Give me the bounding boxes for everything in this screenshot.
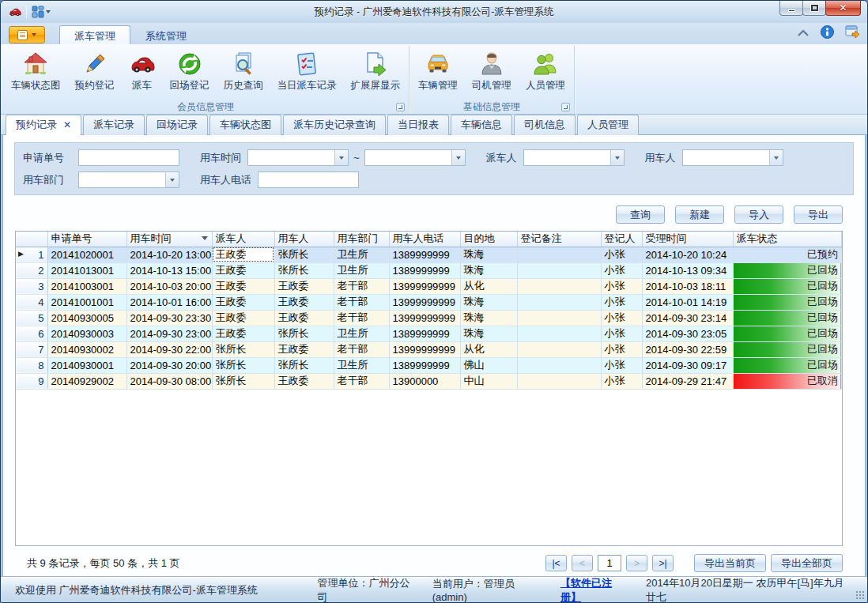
- cell-registrar[interactable]: 小张: [601, 247, 642, 262]
- cell-phone[interactable]: 1389999999: [389, 247, 460, 262]
- cell-department[interactable]: 卫生所: [334, 357, 389, 373]
- cell-remark[interactable]: [517, 278, 601, 294]
- chevron-down-icon[interactable]: [451, 150, 465, 165]
- cell-destination[interactable]: 珠海: [460, 247, 517, 262]
- ribbon-tab[interactable]: 派车管理: [59, 25, 130, 44]
- cell-application-no[interactable]: 20140930002: [47, 341, 126, 357]
- cell-destination[interactable]: 中山: [460, 373, 517, 389]
- cell-user[interactable]: 张所长: [274, 357, 334, 373]
- cell-phone[interactable]: 13999999999: [389, 294, 460, 310]
- table-row[interactable]: 6201409300032014-09-30 23:00王政委张所长卫生所138…: [16, 326, 842, 341]
- column-header[interactable]: 受理时间: [642, 232, 733, 247]
- cell-dispatch-status[interactable]: 已回场: [733, 294, 842, 310]
- column-header-indicator[interactable]: [16, 232, 47, 247]
- phone-input[interactable]: [258, 171, 359, 188]
- cell-use-time[interactable]: 2014-10-01 16:00: [126, 294, 212, 310]
- import-button[interactable]: 导入: [734, 205, 783, 224]
- cell-remark[interactable]: [517, 294, 601, 310]
- cell-remark[interactable]: [517, 247, 601, 262]
- table-row[interactable]: 2201410130012014-10-13 15:00王政委张所长卫生所138…: [16, 262, 842, 278]
- table-row[interactable]: 9201409290022014-09-30 08:00张所长王政委老干部139…: [16, 373, 842, 389]
- cell-application-no[interactable]: 20140930001: [47, 357, 126, 373]
- cell-phone[interactable]: 13999999999: [389, 341, 460, 357]
- cell-dispatcher[interactable]: 王政委: [212, 294, 274, 310]
- column-header[interactable]: 用车时间: [126, 232, 212, 247]
- cell-accept-time[interactable]: 2014-10-13 09:34: [642, 262, 733, 278]
- first-page-button[interactable]: |<: [545, 555, 567, 571]
- ribbon-button[interactable]: 回场登记: [163, 47, 217, 95]
- cell-department[interactable]: 卫生所: [334, 326, 389, 341]
- page-number-input[interactable]: [598, 555, 621, 571]
- cell-dispatch-status[interactable]: 已取消: [733, 373, 842, 389]
- row-indicator[interactable]: 3: [16, 278, 47, 294]
- cell-application-no[interactable]: 20141001001: [47, 294, 126, 310]
- cell-accept-time[interactable]: 2014-09-30 23:05: [642, 326, 733, 341]
- cell-phone[interactable]: 1389999999: [389, 262, 460, 278]
- dialog-launcher-icon[interactable]: [396, 103, 405, 111]
- cell-user[interactable]: 王政委: [274, 373, 334, 389]
- dialog-launcher-icon[interactable]: [561, 103, 570, 111]
- cell-dispatcher[interactable]: 张所长: [212, 341, 274, 357]
- chevron-down-icon[interactable]: [769, 150, 783, 165]
- cell-destination[interactable]: 珠海: [460, 262, 517, 278]
- row-indicator[interactable]: 8: [16, 357, 47, 373]
- license-link[interactable]: 【软件已注册】: [560, 576, 628, 603]
- cell-dispatch-status[interactable]: 已回场: [733, 278, 842, 294]
- cell-user[interactable]: 张所长: [274, 326, 334, 341]
- row-indicator[interactable]: 6: [16, 326, 47, 341]
- column-header[interactable]: 派车状态: [733, 232, 842, 247]
- application-no-input[interactable]: [78, 149, 179, 166]
- cell-application-no[interactable]: 20140929002: [47, 373, 126, 389]
- table-row[interactable]: 8201409300012014-09-30 20:00张所长张所长卫生所138…: [16, 357, 842, 373]
- cell-dispatcher[interactable]: 张所长: [212, 357, 274, 373]
- cell-use-time[interactable]: 2014-09-30 23:30: [126, 310, 212, 326]
- restore-button[interactable]: [802, 1, 826, 16]
- cell-phone[interactable]: 13999999999: [389, 278, 460, 294]
- column-header[interactable]: 登记备注: [517, 232, 601, 247]
- document-tab[interactable]: 派车历史记录查询: [283, 115, 386, 135]
- cell-dispatcher[interactable]: 王政委: [212, 326, 274, 341]
- department-combo[interactable]: [78, 171, 179, 188]
- cell-user[interactable]: 王政委: [274, 278, 334, 294]
- use-time-to-combo[interactable]: [364, 149, 466, 166]
- export-all-pages-button[interactable]: 导出全部页: [771, 554, 843, 572]
- ribbon-button[interactable]: 派车: [122, 47, 163, 95]
- cell-registrar[interactable]: 小张: [601, 278, 642, 294]
- row-indicator[interactable]: ▶1: [16, 247, 47, 262]
- close-tab-icon[interactable]: ✕: [63, 119, 71, 130]
- table-row[interactable]: ▶1201410200012014-10-20 13:00王政委张所长卫生所13…: [16, 247, 842, 262]
- user-combo[interactable]: [682, 149, 783, 166]
- row-indicator[interactable]: 4: [16, 294, 47, 310]
- column-header[interactable]: 用车部门: [334, 232, 389, 247]
- ribbon-button[interactable]: 预约登记: [68, 47, 122, 95]
- cell-phone[interactable]: 13900000: [389, 373, 460, 389]
- cell-use-time[interactable]: 2014-09-30 23:00: [126, 326, 212, 341]
- cell-department[interactable]: 老干部: [334, 294, 389, 310]
- cell-accept-time[interactable]: 2014-10-01 14:19: [642, 294, 733, 310]
- cell-registrar[interactable]: 小张: [601, 326, 642, 341]
- cell-destination[interactable]: 从化: [460, 278, 517, 294]
- ribbon-button[interactable]: 历史查询: [217, 47, 270, 95]
- table-row[interactable]: 7201409300022014-09-30 22:00张所长王政委老干部139…: [16, 341, 842, 357]
- app-menu-button[interactable]: [9, 26, 45, 43]
- cell-registrar[interactable]: 小张: [601, 310, 642, 326]
- cell-department[interactable]: 老干部: [334, 373, 389, 389]
- document-tab[interactable]: 司机信息: [514, 115, 576, 135]
- resize-grip[interactable]: [855, 590, 865, 600]
- column-header[interactable]: 派车人: [212, 232, 274, 247]
- cell-destination[interactable]: 佛山: [460, 357, 517, 373]
- cell-destination[interactable]: 珠海: [460, 294, 517, 310]
- cell-dispatch-status[interactable]: 已回场: [733, 357, 842, 373]
- cell-registrar[interactable]: 小张: [601, 373, 642, 389]
- document-tab[interactable]: 回场记录: [146, 115, 208, 135]
- row-indicator[interactable]: 5: [16, 310, 47, 326]
- cell-accept-time[interactable]: 2014-09-30 23:14: [642, 310, 733, 326]
- cell-destination[interactable]: 从化: [460, 341, 517, 357]
- use-time-from-combo[interactable]: [247, 149, 349, 166]
- cell-accept-time[interactable]: 2014-09-29 21:47: [642, 373, 733, 389]
- document-tab[interactable]: 当日报表: [387, 115, 449, 135]
- table-row[interactable]: 4201410010012014-10-01 16:00王政委王政委老干部139…: [16, 294, 842, 310]
- ribbon-button[interactable]: 扩展屏显示: [344, 47, 408, 95]
- next-page-button[interactable]: >: [626, 555, 647, 571]
- close-button[interactable]: ✕: [825, 1, 861, 16]
